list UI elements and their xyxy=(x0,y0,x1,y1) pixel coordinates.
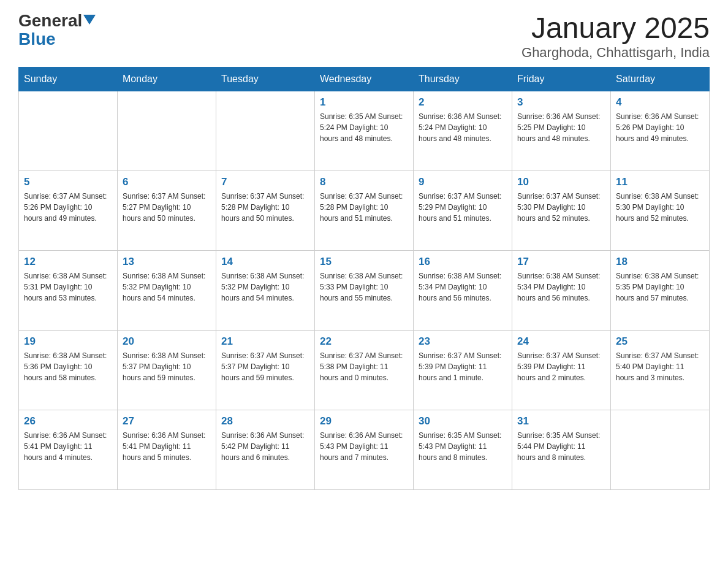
day-number: 8 xyxy=(320,176,408,188)
day-number: 16 xyxy=(419,256,507,268)
calendar-cell: 22Sunrise: 6:37 AM Sunset: 5:38 PM Dayli… xyxy=(315,330,414,410)
calendar-cell: 21Sunrise: 6:37 AM Sunset: 5:37 PM Dayli… xyxy=(216,330,315,410)
day-number: 28 xyxy=(221,415,309,427)
day-info: Sunrise: 6:38 AM Sunset: 5:34 PM Dayligh… xyxy=(517,270,605,304)
calendar-cell: 15Sunrise: 6:38 AM Sunset: 5:33 PM Dayli… xyxy=(315,250,414,330)
calendar-cell: 3Sunrise: 6:36 AM Sunset: 5:25 PM Daylig… xyxy=(512,91,611,170)
logo-general-text: General xyxy=(18,12,82,29)
day-number: 25 xyxy=(616,335,704,348)
calendar-cell: 16Sunrise: 6:38 AM Sunset: 5:34 PM Dayli… xyxy=(414,250,512,330)
day-number: 26 xyxy=(24,415,112,427)
calendar-cell: 23Sunrise: 6:37 AM Sunset: 5:39 PM Dayli… xyxy=(414,330,512,410)
day-number: 2 xyxy=(419,96,507,109)
day-number: 15 xyxy=(320,256,408,268)
calendar-cell: 2Sunrise: 6:36 AM Sunset: 5:24 PM Daylig… xyxy=(414,91,512,170)
calendar-cell: 20Sunrise: 6:38 AM Sunset: 5:37 PM Dayli… xyxy=(118,330,216,410)
day-info: Sunrise: 6:37 AM Sunset: 5:29 PM Dayligh… xyxy=(419,191,507,224)
day-number: 14 xyxy=(221,256,309,268)
day-info: Sunrise: 6:35 AM Sunset: 5:24 PM Dayligh… xyxy=(320,111,408,144)
day-info: Sunrise: 6:37 AM Sunset: 5:39 PM Dayligh… xyxy=(517,350,605,383)
day-number: 3 xyxy=(517,96,605,109)
calendar-subtitle: Gharghoda, Chhattisgarh, India xyxy=(521,45,710,61)
day-info: Sunrise: 6:38 AM Sunset: 5:31 PM Dayligh… xyxy=(24,270,112,304)
calendar-cell xyxy=(216,91,315,170)
calendar-table: SundayMondayTuesdayWednesdayThursdayFrid… xyxy=(18,67,710,490)
calendar-cell: 13Sunrise: 6:38 AM Sunset: 5:32 PM Dayli… xyxy=(118,250,216,330)
day-info: Sunrise: 6:37 AM Sunset: 5:27 PM Dayligh… xyxy=(123,191,211,224)
logo: General Blue xyxy=(18,12,96,49)
day-number: 1 xyxy=(320,96,408,109)
day-number: 21 xyxy=(221,335,309,348)
day-info: Sunrise: 6:37 AM Sunset: 5:26 PM Dayligh… xyxy=(24,191,112,224)
day-number: 24 xyxy=(517,335,605,348)
day-number: 22 xyxy=(320,335,408,348)
calendar-cell: 12Sunrise: 6:38 AM Sunset: 5:31 PM Dayli… xyxy=(19,250,118,330)
calendar-cell: 11Sunrise: 6:38 AM Sunset: 5:30 PM Dayli… xyxy=(611,170,710,250)
calendar-week-4: 19Sunrise: 6:38 AM Sunset: 5:36 PM Dayli… xyxy=(19,330,710,410)
calendar-cell: 29Sunrise: 6:36 AM Sunset: 5:43 PM Dayli… xyxy=(315,410,414,489)
day-number: 10 xyxy=(517,176,605,188)
calendar-cell: 17Sunrise: 6:38 AM Sunset: 5:34 PM Dayli… xyxy=(512,250,611,330)
calendar-cell: 26Sunrise: 6:36 AM Sunset: 5:41 PM Dayli… xyxy=(19,410,118,489)
calendar-cell: 19Sunrise: 6:38 AM Sunset: 5:36 PM Dayli… xyxy=(19,330,118,410)
calendar-cell: 5Sunrise: 6:37 AM Sunset: 5:26 PM Daylig… xyxy=(19,170,118,250)
calendar-title-section: January 2025 Gharghoda, Chhattisgarh, In… xyxy=(521,12,710,61)
day-number: 30 xyxy=(419,415,507,427)
day-info: Sunrise: 6:38 AM Sunset: 5:30 PM Dayligh… xyxy=(616,191,704,224)
calendar-cell: 28Sunrise: 6:36 AM Sunset: 5:42 PM Dayli… xyxy=(216,410,315,489)
calendar-cell: 7Sunrise: 6:37 AM Sunset: 5:28 PM Daylig… xyxy=(216,170,315,250)
calendar-cell: 14Sunrise: 6:38 AM Sunset: 5:32 PM Dayli… xyxy=(216,250,315,330)
calendar-cell: 4Sunrise: 6:36 AM Sunset: 5:26 PM Daylig… xyxy=(611,91,710,170)
day-number: 19 xyxy=(24,335,112,348)
calendar-cell: 18Sunrise: 6:38 AM Sunset: 5:35 PM Dayli… xyxy=(611,250,710,330)
day-info: Sunrise: 6:38 AM Sunset: 5:33 PM Dayligh… xyxy=(320,270,408,304)
column-header-monday: Monday xyxy=(118,67,216,91)
day-number: 12 xyxy=(24,256,112,268)
day-number: 13 xyxy=(123,256,211,268)
day-info: Sunrise: 6:37 AM Sunset: 5:28 PM Dayligh… xyxy=(221,191,309,224)
calendar-cell: 30Sunrise: 6:35 AM Sunset: 5:43 PM Dayli… xyxy=(414,410,512,489)
day-number: 9 xyxy=(419,176,507,188)
day-number: 5 xyxy=(24,176,112,188)
column-header-friday: Friday xyxy=(512,67,611,91)
day-number: 6 xyxy=(123,176,211,188)
day-info: Sunrise: 6:37 AM Sunset: 5:30 PM Dayligh… xyxy=(517,191,605,224)
calendar-cell xyxy=(19,91,118,170)
day-number: 27 xyxy=(123,415,211,427)
column-header-sunday: Sunday xyxy=(19,67,118,91)
calendar-week-5: 26Sunrise: 6:36 AM Sunset: 5:41 PM Dayli… xyxy=(19,410,710,489)
calendar-cell: 24Sunrise: 6:37 AM Sunset: 5:39 PM Dayli… xyxy=(512,330,611,410)
calendar-cell xyxy=(118,91,216,170)
day-info: Sunrise: 6:36 AM Sunset: 5:41 PM Dayligh… xyxy=(24,430,112,463)
day-info: Sunrise: 6:37 AM Sunset: 5:37 PM Dayligh… xyxy=(221,350,309,383)
day-info: Sunrise: 6:37 AM Sunset: 5:40 PM Dayligh… xyxy=(616,350,704,383)
day-info: Sunrise: 6:36 AM Sunset: 5:26 PM Dayligh… xyxy=(616,111,704,144)
calendar-cell: 6Sunrise: 6:37 AM Sunset: 5:27 PM Daylig… xyxy=(118,170,216,250)
column-header-saturday: Saturday xyxy=(611,67,710,91)
day-info: Sunrise: 6:38 AM Sunset: 5:36 PM Dayligh… xyxy=(24,350,112,383)
logo-blue-text: Blue xyxy=(18,29,56,49)
calendar-cell: 25Sunrise: 6:37 AM Sunset: 5:40 PM Dayli… xyxy=(611,330,710,410)
day-info: Sunrise: 6:35 AM Sunset: 5:43 PM Dayligh… xyxy=(419,430,507,463)
calendar-cell xyxy=(611,410,710,489)
calendar-body: 1Sunrise: 6:35 AM Sunset: 5:24 PM Daylig… xyxy=(19,91,710,489)
calendar-title: January 2025 xyxy=(521,12,710,45)
day-number: 23 xyxy=(419,335,507,348)
calendar-header-row: SundayMondayTuesdayWednesdayThursdayFrid… xyxy=(19,67,710,91)
day-number: 11 xyxy=(616,176,704,188)
column-header-thursday: Thursday xyxy=(414,67,512,91)
calendar-cell: 1Sunrise: 6:35 AM Sunset: 5:24 PM Daylig… xyxy=(315,91,414,170)
day-info: Sunrise: 6:36 AM Sunset: 5:42 PM Dayligh… xyxy=(221,430,309,463)
day-number: 31 xyxy=(517,415,605,427)
logo-triangle-icon xyxy=(83,15,96,25)
calendar-week-2: 5Sunrise: 6:37 AM Sunset: 5:26 PM Daylig… xyxy=(19,170,710,250)
day-number: 4 xyxy=(616,96,704,109)
calendar-cell: 27Sunrise: 6:36 AM Sunset: 5:41 PM Dayli… xyxy=(118,410,216,489)
day-info: Sunrise: 6:38 AM Sunset: 5:32 PM Dayligh… xyxy=(123,270,211,304)
day-info: Sunrise: 6:36 AM Sunset: 5:25 PM Dayligh… xyxy=(517,111,605,144)
calendar-cell: 31Sunrise: 6:35 AM Sunset: 5:44 PM Dayli… xyxy=(512,410,611,489)
day-number: 7 xyxy=(221,176,309,188)
day-info: Sunrise: 6:36 AM Sunset: 5:43 PM Dayligh… xyxy=(320,430,408,463)
day-info: Sunrise: 6:36 AM Sunset: 5:41 PM Dayligh… xyxy=(123,430,211,463)
day-info: Sunrise: 6:36 AM Sunset: 5:24 PM Dayligh… xyxy=(419,111,507,144)
